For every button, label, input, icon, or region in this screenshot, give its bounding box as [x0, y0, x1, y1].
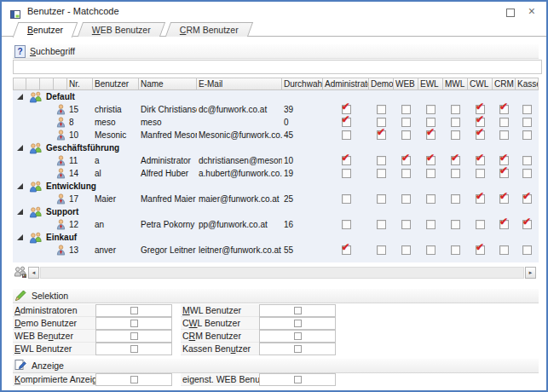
group-row[interactable]: Einkauf: [13, 231, 539, 244]
checkbox-crm[interactable]: [499, 105, 509, 114]
scroll-left-button[interactable]: ◄: [28, 267, 39, 279]
field-box-komprimierte-anzeige[interactable]: [95, 373, 172, 386]
checkbox-crm[interactable]: [499, 130, 509, 140]
user-row[interactable]: 12anPetra Pokornypp@funwork.co.at16: [13, 218, 539, 231]
search-input[interactable]: [13, 60, 542, 74]
checkbox-crm[interactable]: [499, 245, 509, 255]
checkbox-demo[interactable]: [377, 105, 386, 114]
checkbox-mwl[interactable]: [451, 169, 460, 178]
checkbox-web[interactable]: [401, 118, 411, 127]
column-header[interactable]: [54, 78, 67, 90]
group-row[interactable]: Support: [13, 205, 539, 218]
user-row[interactable]: 15christiaDirk Christiansendc@funwork.co…: [13, 103, 539, 116]
checkbox-ewl[interactable]: [426, 130, 436, 140]
checkbox-crm[interactable]: [499, 194, 509, 204]
expand-triangle-icon[interactable]: [17, 209, 23, 215]
checkbox-web[interactable]: [401, 130, 411, 140]
expand-triangle-icon[interactable]: [17, 145, 23, 151]
checkbox-web[interactable]: [401, 194, 411, 204]
column-header-web[interactable]: WEB: [394, 78, 418, 90]
checkbox-mwl[interactable]: [451, 130, 460, 140]
checkbox-web[interactable]: [401, 156, 411, 165]
column-header-email[interactable]: E-Mail: [197, 78, 282, 90]
checkbox-kasse[interactable]: [522, 156, 532, 165]
column-header-ewl[interactable]: EWL: [418, 78, 443, 90]
field-box-cwl-benutzer[interactable]: [259, 317, 336, 330]
checkbox-administrator[interactable]: [342, 156, 351, 165]
column-header[interactable]: [40, 78, 54, 90]
column-header-demo[interactable]: Demo: [369, 78, 394, 90]
checkbox-cwl-benutzer[interactable]: [294, 320, 302, 327]
checkbox-demo[interactable]: [377, 194, 386, 204]
h-scrollbar-track[interactable]: [40, 267, 524, 279]
checkbox-administrator[interactable]: [342, 245, 351, 255]
field-box-kassen-benutzer[interactable]: [259, 343, 336, 355]
checkbox-kasse[interactable]: [522, 194, 532, 204]
column-header-administrator[interactable]: Administrator: [323, 78, 369, 90]
checkbox-web[interactable]: [401, 105, 411, 114]
column-header-kasse[interactable]: Kasse: [516, 78, 539, 90]
checkbox-administrator[interactable]: [342, 220, 351, 229]
field-box-crm-benutzer[interactable]: [259, 330, 336, 343]
checkbox-mwl[interactable]: [451, 118, 460, 127]
checkbox-crm[interactable]: [499, 220, 509, 229]
field-box-eigenst-web-benutzer[interactable]: [259, 373, 336, 386]
user-row[interactable]: 8mesomeso0: [13, 116, 539, 129]
tab-crm-benutzer[interactable]: CRM Benutzer: [165, 22, 253, 37]
checkbox-mwl[interactable]: [451, 156, 460, 165]
checkbox-kasse[interactable]: [522, 169, 532, 178]
tab-benutzer[interactable]: Benutzer: [13, 22, 78, 37]
column-header[interactable]: [13, 78, 26, 90]
checkbox-crm[interactable]: [499, 169, 509, 178]
user-row[interactable]: 14alAlfred Hubera.hubert@funwork.co.at19: [13, 167, 539, 180]
user-row[interactable]: 10MesonicManfred MesonicMesonic@funwork.…: [13, 129, 539, 141]
checkbox-cwl[interactable]: [476, 156, 485, 165]
field-box-mwl-benutzer[interactable]: [259, 304, 336, 317]
checkbox-kassen-benutzer[interactable]: [294, 345, 302, 353]
user-row[interactable]: 11aAdministratordchristiansen@mesonic.co…: [13, 154, 539, 167]
group-row[interactable]: Entwicklung: [13, 180, 539, 193]
checkbox-ewl[interactable]: [426, 194, 436, 204]
checkbox-cwl[interactable]: [476, 220, 485, 229]
checkbox-mwl[interactable]: [451, 194, 460, 204]
checkbox-kasse[interactable]: [522, 245, 532, 255]
checkbox-web[interactable]: [401, 245, 411, 255]
expand-triangle-icon[interactable]: [17, 94, 23, 100]
checkbox-cwl[interactable]: [476, 169, 485, 178]
checkbox-kasse[interactable]: [522, 220, 532, 229]
checkbox-administrator[interactable]: [342, 118, 351, 127]
maximize-button[interactable]: [506, 9, 515, 17]
checkbox-web[interactable]: [401, 220, 411, 229]
checkbox-ewl-benutzer[interactable]: [130, 345, 138, 353]
checkbox-demo[interactable]: [377, 130, 386, 140]
users-list-icon[interactable]: [14, 266, 27, 282]
field-box-ewl-benutzer[interactable]: [95, 343, 172, 355]
checkbox-web[interactable]: [401, 169, 411, 178]
checkbox-demo[interactable]: [377, 220, 386, 229]
checkbox-cwl[interactable]: [476, 130, 485, 140]
group-row[interactable]: Geschäftsführung: [13, 141, 539, 154]
checkbox-administrator[interactable]: [342, 194, 351, 204]
checkbox-administrator[interactable]: [342, 130, 351, 140]
user-row[interactable]: 13anverGregor Leitnerleitner@funwork.co.…: [13, 244, 539, 257]
column-header-mwl[interactable]: MWL: [443, 78, 468, 90]
close-button[interactable]: ×: [528, 4, 535, 18]
field-box-demo-benutzer[interactable]: [95, 317, 172, 330]
checkbox-ewl[interactable]: [426, 105, 436, 114]
checkbox-kasse[interactable]: [522, 130, 532, 140]
checkbox-mwl-benutzer[interactable]: [294, 307, 302, 314]
column-header-benutzer[interactable]: Benutzer: [93, 78, 139, 90]
expand-triangle-icon[interactable]: [17, 234, 23, 240]
column-header-crm[interactable]: CRM: [493, 78, 516, 90]
checkbox-demo[interactable]: [377, 169, 386, 178]
checkbox-cwl[interactable]: [476, 194, 485, 204]
checkbox-eigenst-web-benutzer[interactable]: [294, 376, 302, 383]
checkbox-kasse[interactable]: [522, 105, 532, 114]
checkbox-administrator[interactable]: [342, 169, 351, 178]
checkbox-cwl[interactable]: [476, 245, 485, 255]
column-header-nr[interactable]: Nr.: [67, 78, 93, 90]
field-box-web-benutzer[interactable]: [95, 330, 172, 343]
expand-triangle-icon[interactable]: [17, 183, 23, 189]
column-header-durchwahl[interactable]: Durchwahl: [282, 78, 323, 90]
checkbox-komprimierte-anzeige[interactable]: [130, 376, 138, 383]
